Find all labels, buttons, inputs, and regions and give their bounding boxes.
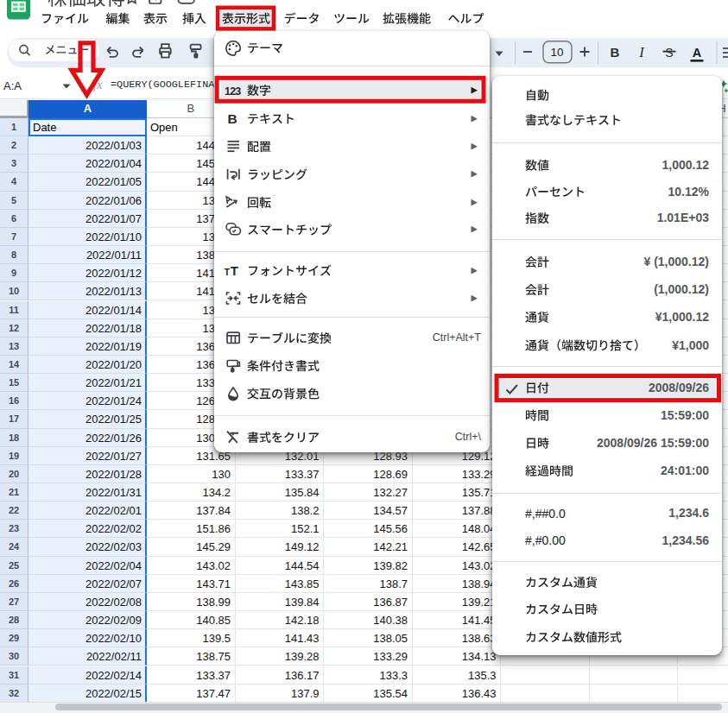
svg-text:S: S — [665, 46, 673, 60]
svg-text:I: I — [638, 44, 645, 60]
svg-text:A: A — [693, 46, 702, 60]
svg-text:B: B — [611, 45, 620, 60]
svg-text:10: 10 — [550, 46, 563, 59]
